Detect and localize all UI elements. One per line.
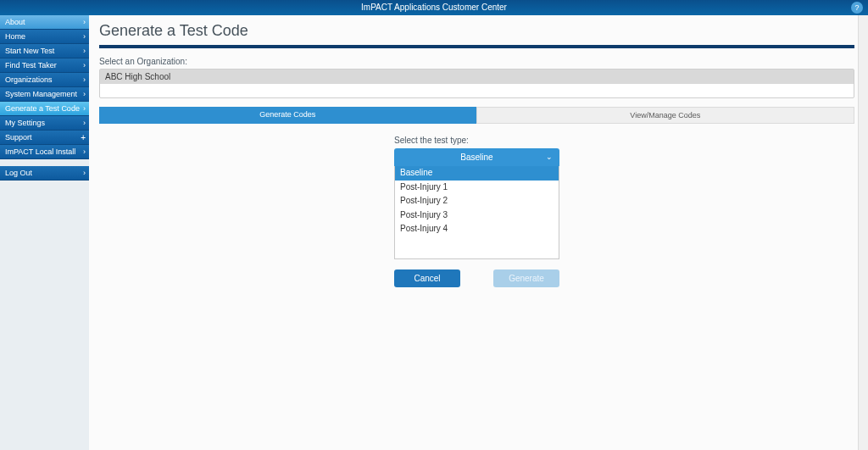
- chevron-right-icon: ›: [83, 102, 86, 116]
- test-type-option[interactable]: Post-Injury 2: [395, 194, 559, 208]
- sidebar-item-label: Home: [5, 32, 25, 41]
- plus-icon: +: [81, 131, 86, 145]
- chevron-right-icon: ›: [83, 30, 86, 44]
- sidebar-item-label: Support: [5, 133, 32, 142]
- app-titlebar: ImPACT Applications Customer Center ?: [0, 0, 868, 15]
- test-type-option[interactable]: Post-Injury 1: [395, 181, 559, 195]
- test-type-option[interactable]: Post-Injury 3: [395, 208, 559, 223]
- sidebar-item-system-management[interactable]: System Management›: [0, 87, 89, 102]
- sidebar-item-label: My Settings: [5, 119, 45, 127]
- tab-view-manage-codes[interactable]: View/Manage Codes: [476, 107, 855, 124]
- chevron-right-icon: ›: [83, 87, 86, 102]
- test-type-dropdown[interactable]: Baseline ⌄: [394, 148, 559, 166]
- test-type-option[interactable]: Baseline: [395, 166, 559, 181]
- chevron-right-icon: ›: [83, 116, 86, 131]
- chevron-right-icon: ›: [83, 58, 86, 73]
- sidebar-item-label: Log Out: [5, 169, 32, 177]
- title-divider: [99, 45, 854, 48]
- sidebar-item-label: System Management: [5, 90, 77, 98]
- sidebar-item-my-settings[interactable]: My Settings›: [0, 116, 89, 131]
- sidebar-item-find-test-taker[interactable]: Find Test Taker›: [0, 58, 89, 73]
- sidebar-item-label: Find Test Taker: [5, 61, 57, 69]
- test-type-label: Select the test type:: [394, 136, 559, 145]
- sidebar-item-support[interactable]: Support+: [0, 131, 89, 145]
- tab-row: Generate Codes View/Manage Codes: [99, 107, 854, 124]
- app-title: ImPACT Applications Customer Center: [361, 3, 507, 12]
- chevron-down-icon: ⌄: [546, 153, 553, 161]
- org-selected-value: ABC High School: [100, 69, 854, 84]
- main-content: Generate a Test Code Select an Organizat…: [89, 15, 868, 450]
- sidebar-item-label: Start New Test: [5, 47, 54, 55]
- test-type-selected: Baseline: [460, 153, 492, 162]
- chevron-right-icon: ›: [83, 15, 86, 30]
- chevron-right-icon: ›: [83, 145, 86, 159]
- sidebar-item-label: About: [5, 18, 25, 26]
- scrollbar[interactable]: [858, 15, 868, 450]
- sidebar-item-organizations[interactable]: Organizations›: [0, 73, 89, 87]
- cancel-button[interactable]: Cancel: [394, 269, 460, 287]
- test-type-option[interactable]: Post-Injury 4: [395, 222, 559, 236]
- sidebar-item-start-new-test[interactable]: Start New Test›: [0, 44, 89, 58]
- sidebar-item-label: Generate a Test Code: [5, 104, 80, 113]
- chevron-right-icon: ›: [83, 44, 86, 58]
- sidebar-item-about[interactable]: About›: [0, 15, 89, 30]
- org-label: Select an Organization:: [99, 57, 854, 66]
- sidebar-item-impact-local-install[interactable]: ImPACT Local Install›: [0, 145, 89, 159]
- page-title: Generate a Test Code: [99, 22, 854, 40]
- sidebar: About›Home›Start New Test›Find Test Take…: [0, 15, 89, 450]
- sidebar-item-log-out[interactable]: Log Out›: [0, 166, 89, 181]
- tab-generate-codes[interactable]: Generate Codes: [99, 107, 476, 124]
- sidebar-item-label: Organizations: [5, 75, 53, 84]
- generate-button: Generate: [493, 269, 559, 287]
- help-icon[interactable]: ?: [851, 2, 863, 14]
- test-type-listbox[interactable]: BaselinePost-Injury 1Post-Injury 2Post-I…: [394, 166, 559, 259]
- sidebar-item-label: ImPACT Local Install: [5, 147, 75, 156]
- sidebar-item-home[interactable]: Home›: [0, 30, 89, 44]
- org-select[interactable]: ABC High School: [99, 69, 854, 98]
- chevron-right-icon: ›: [83, 73, 86, 87]
- sidebar-item-generate-a-test-code[interactable]: Generate a Test Code›: [0, 102, 89, 116]
- chevron-right-icon: ›: [83, 166, 86, 181]
